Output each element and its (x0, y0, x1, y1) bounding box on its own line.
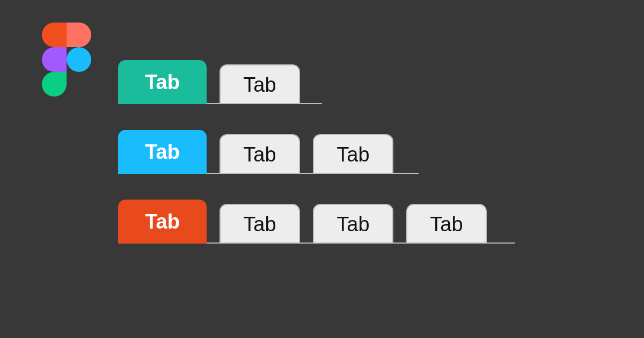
tab-inactive[interactable]: Tab (219, 64, 300, 104)
tab-row-1: Tab Tab (118, 60, 487, 104)
tab-underline (207, 103, 322, 104)
tab-inactive[interactable]: Tab (219, 204, 300, 244)
tab-underline (207, 243, 515, 244)
tab-underline (207, 173, 419, 174)
tab-inactive[interactable]: Tab (313, 204, 393, 244)
figma-logo-icon (42, 23, 91, 97)
tab-active[interactable]: Tab (118, 130, 207, 174)
tab-row-2: Tab Tab Tab (118, 130, 487, 174)
tab-inactive[interactable]: Tab (219, 134, 300, 174)
tab-active[interactable]: Tab (118, 200, 207, 244)
tab-inactive[interactable]: Tab (406, 204, 487, 244)
tab-row-3: Tab Tab Tab Tab (118, 200, 487, 244)
tab-inactive[interactable]: Tab (313, 134, 393, 174)
tab-active[interactable]: Tab (118, 60, 207, 104)
tab-examples-container: Tab Tab Tab Tab Tab Tab Tab Tab Tab (118, 60, 487, 269)
